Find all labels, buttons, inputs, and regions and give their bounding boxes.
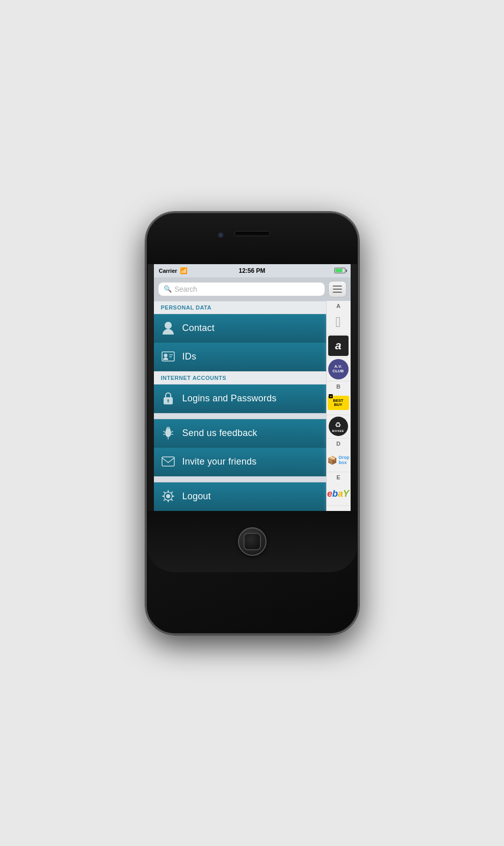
right-sidebar: A  a A.V.CLUB (326, 301, 351, 511)
sidebar-letter-a: A (327, 301, 351, 311)
svg-point-14 (166, 494, 170, 498)
svg-point-0 (165, 322, 172, 329)
phone-body: Carrier 📶 12:56 PM 🔍 Search (145, 212, 359, 635)
ebay-logo: ebaY (327, 489, 349, 499)
svg-point-2 (164, 354, 167, 357)
list-item-ids[interactable]: IDs (154, 343, 326, 371)
feedback-label: Send us feedback (182, 428, 257, 439)
phone-device: Carrier 📶 12:56 PM 🔍 Search (145, 212, 359, 635)
search-bar: 🔍 Search (154, 277, 351, 301)
gear-icon (161, 489, 175, 503)
status-right (334, 268, 346, 273)
menu-button[interactable] (328, 281, 347, 297)
sidebar-letter-b: B (327, 381, 351, 392)
invite-label: Invite your friends (182, 456, 257, 467)
home-button-inner (244, 533, 261, 550)
svg-line-9 (171, 431, 173, 432)
separator-1 (154, 413, 326, 419)
logins-label: Logins and Passwords (182, 393, 277, 404)
dropbox-logo: 📦 Dropbox (327, 455, 350, 465)
wifi-icon: 📶 (180, 267, 188, 274)
section-header-personal: PERSONAL DATA (154, 301, 326, 314)
svg-line-10 (164, 434, 166, 434)
search-input[interactable]: Search (175, 285, 197, 293)
ebay-e: e (327, 489, 332, 499)
dropbox-icon: 📦 (327, 455, 337, 465)
boxee-text: BOXEE (332, 429, 344, 432)
list-item-invite[interactable]: Invite your friends (154, 448, 326, 476)
avclub-logo: A.V.CLUB (328, 359, 349, 379)
sidebar-logo-ebay[interactable]: ebaY (327, 482, 350, 506)
contact-label: Contact (182, 323, 215, 334)
sidebar-letter-d: D (327, 439, 351, 449)
search-icon: 🔍 (164, 285, 172, 293)
menu-bar-2 (333, 289, 342, 290)
carrier-label: Carrier (159, 268, 177, 274)
lock-icon (161, 391, 175, 405)
apple-icon:  (335, 314, 340, 330)
ebay-y: Y (343, 489, 349, 499)
list-item-feedback[interactable]: Send us feedback (154, 419, 326, 448)
list-item-logins[interactable]: Logins and Passwords (154, 384, 326, 413)
bestbuy-logo: ★ BESTBUY (328, 396, 349, 410)
main-list: PERSONAL DATA Contact (154, 301, 351, 511)
svg-line-8 (164, 431, 166, 432)
mail-icon (161, 454, 175, 469)
sidebar-letter-e: E (327, 472, 351, 482)
menu-bar-3 (333, 292, 342, 293)
sidebar-logo-boxee[interactable]: ♻ BOXEE (327, 415, 350, 439)
logout-label: Logout (182, 491, 211, 502)
dropbox-text: Dropbox (339, 455, 350, 465)
sidebar-logo-action[interactable]: a (327, 335, 350, 358)
avclub-text: A.V.CLUB (332, 365, 343, 374)
bug-icon (161, 426, 175, 440)
boxee-icon: ♻ (335, 421, 341, 429)
svg-rect-4 (169, 356, 172, 357)
list-content: PERSONAL DATA Contact (154, 301, 326, 511)
svg-rect-7 (168, 401, 169, 403)
home-button[interactable] (238, 527, 267, 556)
list-item-contact[interactable]: Contact (154, 314, 326, 343)
search-input-wrap[interactable]: 🔍 Search (158, 282, 325, 296)
svg-rect-13 (162, 457, 174, 466)
battery-icon (334, 268, 346, 273)
svg-line-11 (171, 434, 173, 434)
battery-fill (335, 269, 342, 272)
phone-bottom (147, 511, 358, 572)
action-logo: a (328, 336, 349, 356)
boxee-logo: ♻ BOXEE (329, 417, 348, 436)
screen-area: Carrier 📶 12:56 PM 🔍 Search (154, 264, 351, 511)
sidebar-logo-avclub[interactable]: A.V.CLUB (327, 358, 350, 381)
separator-2 (154, 476, 326, 482)
sidebar-logo-bestbuy[interactable]: ★ BESTBUY (327, 392, 350, 415)
svg-rect-3 (169, 354, 173, 355)
bestbuy-text: BESTBUY (333, 399, 343, 407)
status-bar: Carrier 📶 12:56 PM (154, 264, 351, 277)
camera (218, 233, 223, 238)
menu-bar-1 (333, 286, 342, 287)
section-header-internet: INTERNET ACCOUNTS (154, 371, 326, 384)
speaker (234, 231, 270, 236)
sidebar-logo-dropbox[interactable]: 📦 Dropbox (327, 449, 350, 472)
list-item-logout[interactable]: Logout (154, 482, 326, 511)
phone-top (147, 213, 358, 264)
contact-icon (161, 321, 175, 335)
sidebar-logo-apple[interactable]:  (327, 311, 350, 335)
status-left: Carrier 📶 (159, 267, 188, 274)
bestbuy-tag: ★ (329, 394, 333, 398)
action-logo-text: a (335, 339, 341, 352)
ids-label: IDs (182, 351, 197, 362)
ids-icon (161, 349, 175, 364)
ebay-a: a (338, 489, 343, 499)
ebay-b: b (332, 489, 338, 499)
status-time: 12:56 PM (238, 267, 265, 274)
